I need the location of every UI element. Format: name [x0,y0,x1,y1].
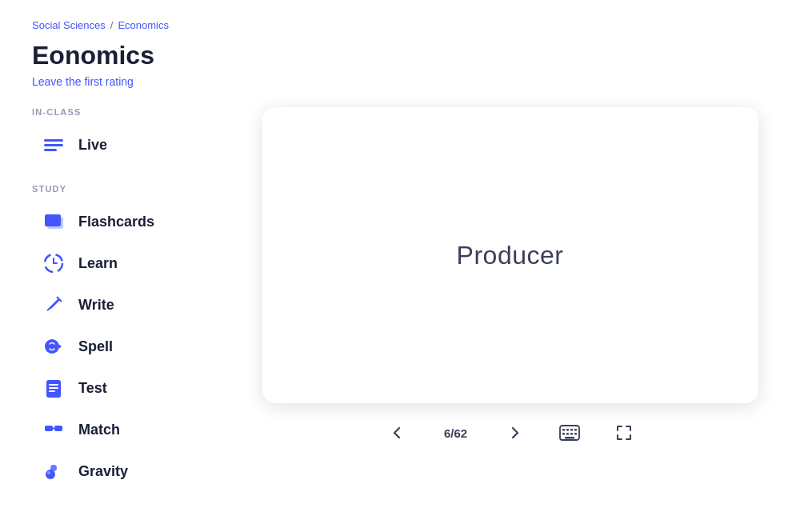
study-section: STUDY Flashcards [32,184,208,491]
flashcard-word: Producer [457,241,564,270]
card-counter: 6/62 [436,426,476,440]
write-icon [40,291,67,318]
prev-button[interactable] [383,419,410,446]
breadcrumb-current[interactable]: Economics [118,19,169,31]
svg-rect-5 [45,214,61,226]
match-label: Match [78,422,120,438]
svg-rect-12 [45,426,53,431]
svg-point-16 [46,470,55,479]
main-content: IN-CLASS Live STUDY [32,107,780,510]
spell-icon [40,333,67,360]
svg-rect-10 [49,387,58,389]
sidebar-item-flashcards[interactable]: Flashcards [32,202,208,242]
test-label: Test [78,380,107,397]
spell-label: Spell [78,338,113,355]
svg-rect-21 [570,429,573,431]
breadcrumb-parent[interactable]: Social Sciences [32,19,106,31]
sidebar-item-spell[interactable]: Spell [32,326,208,366]
sidebar-item-match[interactable]: Match [32,410,208,450]
flashcard-controls: 6/62 [383,419,638,446]
flashcard[interactable]: Producer [262,107,758,403]
in-class-section: IN-CLASS Live [32,107,208,165]
learn-icon [40,250,67,277]
svg-rect-25 [570,433,573,435]
live-label: Live [78,137,107,154]
flashcard-area: Producer 6/62 [240,107,780,446]
breadcrumb: Social Sciences / Economics [32,19,780,31]
study-label: STUDY [32,184,208,194]
write-label: Write [78,297,114,314]
svg-rect-24 [566,433,569,435]
fullscreen-button[interactable] [610,419,638,446]
svg-rect-22 [574,429,577,431]
sidebar: IN-CLASS Live STUDY [32,107,208,510]
live-icon [40,131,67,158]
rating-link[interactable]: Leave the first rating [32,75,780,88]
svg-rect-23 [562,433,565,435]
flashcards-icon [40,208,67,235]
svg-point-17 [47,471,50,474]
learn-label: Learn [78,255,118,272]
svg-rect-11 [49,390,55,392]
sidebar-item-gravity[interactable]: Gravity [32,451,208,491]
gravity-icon [40,458,67,485]
svg-rect-20 [566,429,569,431]
sidebar-item-test[interactable]: Test [32,368,208,408]
keyboard-button[interactable] [554,420,585,446]
test-icon [40,374,67,402]
flashcards-label: Flashcards [78,214,154,230]
svg-rect-19 [562,429,565,431]
match-icon [40,416,67,443]
sidebar-item-live[interactable]: Live [32,125,208,165]
next-button[interactable] [502,419,529,446]
svg-rect-27 [565,437,574,439]
page-title: Eonomics [32,41,780,70]
sidebar-item-write[interactable]: Write [32,285,208,325]
svg-rect-1 [44,144,63,146]
svg-rect-2 [44,149,57,151]
svg-rect-13 [54,426,62,431]
svg-rect-26 [574,433,577,435]
gravity-label: Gravity [78,463,128,480]
sidebar-item-learn[interactable]: Learn [32,243,208,283]
in-class-label: IN-CLASS [32,107,208,117]
breadcrumb-separator: / [110,19,114,31]
svg-point-7 [45,339,59,354]
svg-rect-9 [49,384,58,386]
svg-rect-0 [44,139,63,142]
